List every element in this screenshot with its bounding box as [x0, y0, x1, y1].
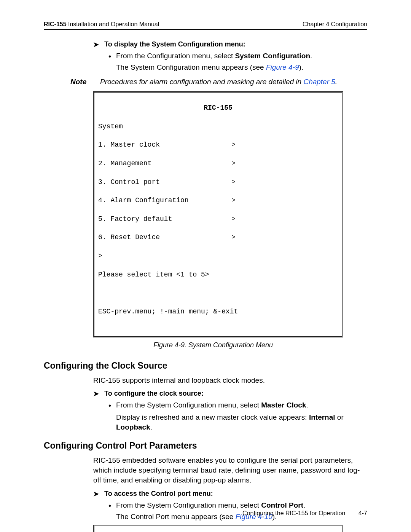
note-post: . — [335, 78, 337, 86]
terminal-title: RIC-155 — [98, 103, 338, 112]
menu-arrow-icon: > — [231, 214, 236, 224]
header-title-rest: Installation and Operation Manual — [67, 21, 159, 27]
bullet-pre: From the System Configuration menu, sele… — [116, 501, 261, 509]
bullet-bold: System Configuration — [235, 52, 310, 60]
menu-item-master-clock: 1. Master clock> — [98, 140, 338, 149]
procedure-subtext: Display is refreshed and a new master cl… — [116, 412, 367, 432]
page-header: RIC-155 Installation and Operation Manua… — [44, 21, 367, 30]
bullet-icon: • — [108, 501, 116, 510]
menu-item-control-port: 3. Control port> — [98, 177, 338, 187]
header-left: RIC-155 Installation and Operation Manua… — [44, 21, 159, 28]
procedure-subtext: The System Configuration menu appears (s… — [116, 63, 367, 72]
procedure-title: To display the System Configuration menu… — [104, 40, 245, 48]
menu-arrow-icon: > — [231, 177, 236, 187]
procedure-display-sysconfig: ➤ To display the System Configuration me… — [93, 40, 367, 72]
procedure-title-line: ➤ To display the System Configuration me… — [93, 40, 367, 49]
procedure-title-line: ➤ To access the Control port menu: — [93, 490, 367, 498]
procedure-configure-clock: ➤ To configure the clock source: • From … — [93, 390, 367, 432]
menu-item-alarm-config: 4. Alarm Configuration> — [98, 196, 338, 205]
bullet-bold: Master Clock — [261, 401, 306, 409]
section-para-controlport: RIC-155 embedded software enables you to… — [93, 455, 367, 486]
bullet-icon: • — [108, 52, 116, 61]
section-heading-clock: Configuring the Clock Source — [44, 361, 367, 371]
section-para-clock: RIC-155 supports internal and loopback c… — [93, 375, 367, 385]
menu-arrow-icon: > — [231, 196, 236, 205]
header-right: Chapter 4 Configuration — [303, 21, 367, 28]
menu-label: 4. Alarm Configuration — [98, 196, 231, 205]
terminal-blank — [98, 288, 338, 297]
bullet-bold: Control Port — [261, 501, 303, 509]
terminal-sysconfig: RIC-155 System 1. Master clock> 2. Manag… — [93, 91, 343, 337]
menu-label: 1. Master clock — [98, 140, 231, 149]
bullet-pre: From the System Configuration menu, sele… — [116, 401, 261, 409]
bullet-icon: • — [108, 401, 116, 410]
note-label: Note — [70, 78, 93, 86]
figure-caption-4-9: Figure 4-9. System Configuration Menu — [93, 341, 333, 349]
bullet-post: . — [306, 401, 308, 409]
figure-link[interactable]: Figure 4-9 — [266, 63, 299, 71]
page-footer: Configuring the RIC-155 for Operation 4-… — [242, 510, 367, 517]
section-heading-controlport: Configuring Control Port Parameters — [44, 441, 367, 451]
bullet-text: From the System Configuration menu, sele… — [116, 501, 367, 510]
terminal-heading: System — [98, 122, 338, 131]
bullet-text: From the Configuration menu, select Syst… — [116, 52, 367, 60]
footer-text: Configuring the RIC-155 for Operation — [242, 510, 345, 516]
chapter-link[interactable]: Chapter 5 — [303, 78, 335, 86]
sub-pre: The System Configuration menu appears (s… — [116, 63, 266, 71]
footer-page-number: 4-7 — [358, 510, 367, 516]
sub-mid: or — [335, 413, 344, 421]
sub-pre: Display is refreshed and a new master cl… — [116, 413, 309, 421]
bullet-pre: From the Configuration menu, select — [116, 52, 235, 60]
procedure-bullet: • From the Configuration menu, select Sy… — [108, 52, 367, 61]
procedure-title: To configure the clock source: — [104, 390, 204, 398]
procedure-title-line: ➤ To configure the clock source: — [93, 390, 367, 398]
arrow-icon: ➤ — [93, 40, 99, 49]
header-product: RIC-155 — [44, 21, 67, 27]
note-row: Note Procedures for alarm configuration … — [70, 78, 367, 86]
bullet-post: . — [303, 501, 305, 509]
bullet-post: . — [310, 52, 312, 60]
note-body: Procedures for alarm configuration and m… — [100, 78, 337, 86]
menu-label: 5. Factory default — [98, 214, 231, 224]
procedure-bullet: • From the System Configuration menu, se… — [108, 401, 367, 410]
procedure-bullet: • From the System Configuration menu, se… — [108, 501, 367, 510]
menu-item-factory-default: 5. Factory default> — [98, 214, 338, 224]
page: RIC-155 Installation and Operation Manua… — [0, 0, 411, 532]
menu-item-management: 2. Management> — [98, 159, 338, 168]
sub-post: . — [150, 423, 152, 431]
menu-arrow-icon: > — [231, 140, 236, 149]
bullet-text: From the System Configuration menu, sele… — [116, 401, 367, 409]
sub-post: ). — [299, 63, 304, 71]
menu-label: 6. Reset Device — [98, 233, 231, 242]
arrow-icon: ➤ — [93, 390, 99, 398]
arrow-icon: ➤ — [93, 490, 99, 498]
menu-arrow-icon: > — [231, 233, 236, 242]
terminal-footer: ESC-prev.menu; !-main menu; &-exit — [98, 307, 338, 316]
menu-item-reset-device: 6. Reset Device> — [98, 233, 338, 242]
sub-pre: The Control Port menu appears (see — [116, 513, 236, 521]
terminal-controlport: RIC-155 Control Port 1. Baud Rate>(9600)… — [93, 525, 343, 532]
procedure-title: To access the Control port menu: — [104, 490, 213, 498]
note-pre: Procedures for alarm configuration and m… — [100, 78, 303, 86]
menu-label: 3. Control port — [98, 177, 231, 187]
sub-bold1: Internal — [309, 413, 335, 421]
terminal-prompt: > — [98, 251, 338, 260]
menu-arrow-icon: > — [231, 159, 236, 168]
terminal-please: Please select item <1 to 5> — [98, 270, 338, 279]
menu-label: 2. Management — [98, 159, 231, 168]
sub-bold2: Loopback — [116, 423, 150, 431]
